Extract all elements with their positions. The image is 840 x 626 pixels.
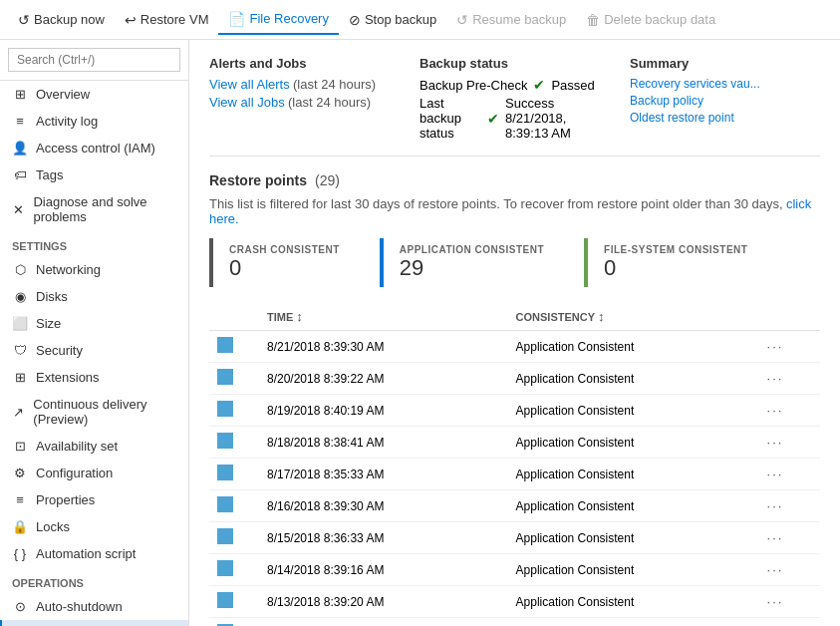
row-actions[interactable]: ··· xyxy=(759,395,820,427)
row-actions[interactable]: ··· xyxy=(759,331,820,363)
sidebar-item-overview[interactable]: ⊞Overview xyxy=(0,81,188,108)
activity-log-icon: ≡ xyxy=(12,114,28,129)
table-row[interactable]: 8/18/2018 8:38:41 AM Application Consist… xyxy=(209,427,820,459)
sidebar-item-extensions[interactable]: ⊞Extensions xyxy=(0,364,188,391)
col-time[interactable]: TIME ↕ xyxy=(259,303,508,331)
row-more-options[interactable]: ··· xyxy=(767,403,784,418)
row-indicator xyxy=(209,490,259,522)
row-more-options[interactable]: ··· xyxy=(767,498,784,513)
row-more-options[interactable]: ··· xyxy=(767,435,784,450)
row-more-options[interactable]: ··· xyxy=(767,594,784,609)
consistency-cards: CRASH CONSISTENT 0APPLICATION CONSISTENT… xyxy=(209,238,820,287)
restore-info-text: This list is filtered for last 30 days o… xyxy=(209,196,820,226)
sidebar-item-locks[interactable]: 🔒Locks xyxy=(0,513,188,540)
backup-status-title: Backup status xyxy=(420,56,610,71)
row-indicator xyxy=(209,427,259,459)
table-row[interactable]: 8/19/2018 8:40:19 AM Application Consist… xyxy=(209,395,820,427)
row-more-options[interactable]: ··· xyxy=(767,467,784,481)
sort-icon-consistency: ↕ xyxy=(598,309,605,324)
sidebar-item-size[interactable]: ⬜Size xyxy=(0,310,188,337)
sidebar-item-configuration[interactable]: ⚙Configuration xyxy=(0,460,188,486)
summary-item2: Backup policy xyxy=(630,94,820,108)
disks-label: Disks xyxy=(36,289,68,304)
row-indicator xyxy=(209,363,259,395)
overview-label: Overview xyxy=(36,87,90,102)
row-indicator xyxy=(209,459,259,490)
row-more-options[interactable]: ··· xyxy=(767,371,784,386)
activity-log-label: Activity log xyxy=(36,114,98,129)
table-row[interactable]: 8/20/2018 8:39:22 AM Application Consist… xyxy=(209,363,820,395)
sidebar-item-auto-shutdown[interactable]: ⊙Auto-shutdown xyxy=(0,593,188,620)
row-time: 8/20/2018 8:39:22 AM xyxy=(259,363,508,395)
row-actions[interactable]: ··· xyxy=(759,618,820,627)
automation-script-label: Automation script xyxy=(36,546,136,561)
row-consistency: Application Consistent xyxy=(508,490,759,522)
backup-now-button[interactable]: ↺Backup now xyxy=(8,6,115,34)
locks-label: Locks xyxy=(36,519,70,534)
automation-script-icon: { } xyxy=(12,546,28,561)
summary-item1: Recovery services vau... xyxy=(630,77,820,91)
file-recovery-button[interactable]: 📄File Recovery xyxy=(218,5,338,35)
table-row[interactable]: 8/14/2018 8:39:16 AM Application Consist… xyxy=(209,554,820,586)
locks-icon: 🔒 xyxy=(12,519,28,534)
file-recovery-label: File Recovery xyxy=(249,11,328,26)
precheck-value: Passed xyxy=(551,78,594,93)
availability-set-label: Availability set xyxy=(36,439,118,454)
row-actions[interactable]: ··· xyxy=(759,490,820,522)
stop-backup-button[interactable]: ⊘Stop backup xyxy=(339,6,446,34)
sidebar-item-networking[interactable]: ⬡Networking xyxy=(0,256,188,283)
delete-backup-data-button: 🗑Delete backup data xyxy=(576,6,725,34)
row-more-options[interactable]: ··· xyxy=(767,562,784,577)
crash-label: CRASH CONSISTENT xyxy=(229,244,340,255)
sort-icon-time: ↕ xyxy=(296,309,303,324)
content-area: Alerts and Jobs View all Alerts (last 24… xyxy=(189,40,840,626)
sidebar-item-access-control[interactable]: 👤Access control (IAM) xyxy=(0,135,188,161)
row-actions[interactable]: ··· xyxy=(759,522,820,554)
table-row[interactable]: 8/17/2018 8:35:33 AM Application Consist… xyxy=(209,459,820,490)
table-row[interactable]: 8/15/2018 8:36:33 AM Application Consist… xyxy=(209,522,820,554)
row-actions[interactable]: ··· xyxy=(759,363,820,395)
sidebar-item-tags[interactable]: 🏷Tags xyxy=(0,161,188,188)
table-row[interactable]: 8/21/2018 8:39:30 AM Application Consist… xyxy=(209,331,820,363)
resume-backup-label: Resume backup xyxy=(472,12,566,27)
view-all-jobs-link[interactable]: View all Jobs (last 24 hours) xyxy=(209,95,400,110)
row-indicator xyxy=(209,395,259,427)
consistency-color-bar xyxy=(217,496,233,512)
sidebar-item-security[interactable]: 🛡Security xyxy=(0,337,188,364)
alerts-title: Alerts and Jobs xyxy=(209,56,400,71)
table-row[interactable]: 8/16/2018 8:39:30 AM Application Consist… xyxy=(209,490,820,522)
access-control-label: Access control (IAM) xyxy=(36,141,155,156)
sidebar-item-diagnose[interactable]: ✕Diagnose and solve problems xyxy=(0,188,188,230)
table-row[interactable]: 8/13/2018 8:39:20 AM Application Consist… xyxy=(209,586,820,618)
sidebar-item-activity-log[interactable]: ≡Activity log xyxy=(0,108,188,135)
extensions-icon: ⊞ xyxy=(12,370,28,385)
row-more-options[interactable]: ··· xyxy=(767,339,784,354)
col-consistency[interactable]: CONSISTENCY ↕ xyxy=(508,303,759,331)
sidebar-search-container xyxy=(0,40,188,81)
restore-vm-button[interactable]: ↩Restore VM xyxy=(115,6,219,34)
sidebar-item-properties[interactable]: ≡Properties xyxy=(0,486,188,513)
search-input[interactable] xyxy=(8,48,180,72)
row-actions[interactable]: ··· xyxy=(759,459,820,490)
row-actions[interactable]: ··· xyxy=(759,427,820,459)
crash-value: 0 xyxy=(229,255,340,281)
sidebar-item-availability-set[interactable]: ⊡Availability set xyxy=(0,433,188,460)
row-time: 8/18/2018 8:38:41 AM xyxy=(259,427,508,459)
row-more-options[interactable]: ··· xyxy=(767,530,784,545)
view-all-alerts-link[interactable]: View all Alerts (last 24 hours) xyxy=(209,77,400,92)
file-recovery-icon: 📄 xyxy=(228,11,245,27)
backup-precheck-row: Backup Pre-Check ✔ Passed xyxy=(420,77,610,93)
sidebar-item-automation-script[interactable]: { }Automation script xyxy=(0,540,188,567)
last-backup-value: Success 8/21/2018, 8:39:13 AM xyxy=(505,96,610,141)
last-backup-label: Last backup status xyxy=(420,96,481,141)
size-label: Size xyxy=(36,316,61,331)
row-actions[interactable]: ··· xyxy=(759,554,820,586)
sidebar-item-backup[interactable]: 🛡Backup xyxy=(0,620,188,626)
sidebar-item-continuous-delivery[interactable]: ↗Continuous delivery (Preview) xyxy=(0,391,188,433)
table-row[interactable]: 8/12/2018 8:35:22 AM Application Consist… xyxy=(209,618,820,627)
row-actions[interactable]: ··· xyxy=(759,586,820,618)
sidebar-item-disks[interactable]: ◉Disks xyxy=(0,283,188,310)
continuous-delivery-label: Continuous delivery (Preview) xyxy=(33,397,176,427)
row-indicator xyxy=(209,331,259,363)
consistency-color-bar xyxy=(217,433,233,449)
